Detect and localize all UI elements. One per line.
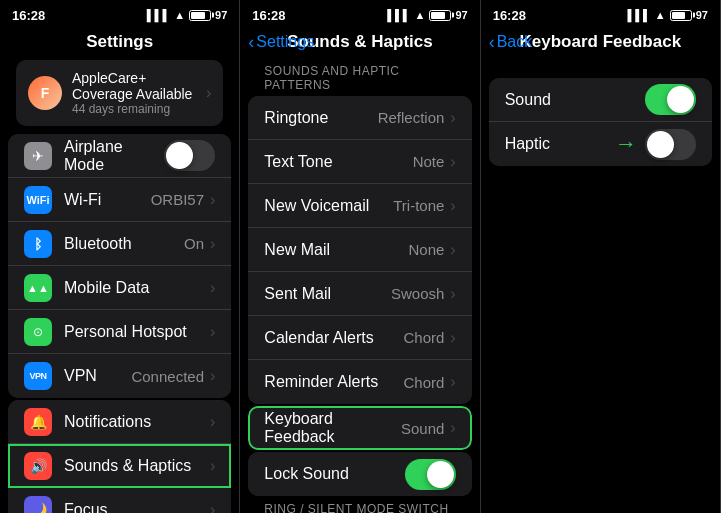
airplane-icon: ✈ (24, 142, 52, 170)
arrow-indicator: → (615, 131, 637, 157)
hotspot-icon: ⊙ (24, 318, 52, 346)
sidebar-item-wifi[interactable]: WiFi Wi-Fi ORBI57 › (8, 178, 231, 222)
reminderalerts-label: Reminder Alerts (264, 373, 403, 391)
vpn-label: VPN (64, 367, 131, 385)
status-icons-2: ▌▌▌ ▲ 97 (387, 9, 468, 21)
sidebar-item-hotspot[interactable]: ⊙ Personal Hotspot › (8, 310, 231, 354)
panel-keyboard-feedback: 16:28 ▌▌▌ ▲ 97 ‹ Back Keyboard Feedback … (481, 0, 721, 513)
bluetooth-label: Bluetooth (64, 235, 184, 253)
sounds-label: Sounds & Haptics (64, 457, 210, 475)
texttone-value: Note (413, 153, 445, 170)
sidebar-item-mobiledata[interactable]: ▲▲ Mobile Data › (8, 266, 231, 310)
notifications-chevron: › (210, 413, 215, 431)
wifi-icon: WiFi (24, 186, 52, 214)
bluetooth-value: On (184, 235, 204, 252)
sidebar-item-bluetooth[interactable]: ᛒ Bluetooth On › (8, 222, 231, 266)
sounds-texttone[interactable]: Text Tone Note › (248, 140, 471, 184)
keyboard-feedback-label: Keyboard Feedback (264, 410, 401, 446)
signal-icon-2: ▌▌▌ (387, 9, 410, 21)
sounds-patterns-group: Ringtone Reflection › Text Tone Note › N… (248, 96, 471, 404)
newmail-value: None (408, 241, 444, 258)
sentmail-value: Swoosh (391, 285, 444, 302)
panel2-content: Sounds and Haptic Patterns Ringtone Refl… (240, 60, 479, 513)
vpn-icon: VPN (24, 362, 52, 390)
newmail-chevron: › (450, 241, 455, 259)
ringtone-label: Ringtone (264, 109, 377, 127)
status-bar-2: 16:28 ▌▌▌ ▲ 97 (240, 0, 479, 28)
calendaralerts-chevron: › (450, 329, 455, 347)
sounds-calendaralerts[interactable]: Calendar Alerts Chord › (248, 316, 471, 360)
keyboard-haptic-label: Haptic (505, 135, 615, 153)
signal-icon-3: ▌▌▌ (627, 9, 650, 21)
sounds-reminderalerts[interactable]: Reminder Alerts Chord › (248, 360, 471, 404)
keyboard-feedback-chevron: › (450, 419, 455, 437)
sidebar-item-vpn[interactable]: VPN VPN Connected › (8, 354, 231, 398)
panel3-back-chevron: ‹ (489, 33, 495, 51)
sounds-newmail[interactable]: New Mail None › (248, 228, 471, 272)
mobiledata-label: Mobile Data (64, 279, 210, 297)
calendaralerts-value: Chord (403, 329, 444, 346)
panel3-nav-header: ‹ Back Keyboard Feedback (481, 28, 720, 60)
wifi-label: Wi-Fi (64, 191, 151, 209)
status-time-1: 16:28 (12, 8, 45, 23)
hotspot-label: Personal Hotspot (64, 323, 210, 341)
locksound-group: Lock Sound (248, 452, 471, 496)
airplane-toggle[interactable] (164, 140, 215, 171)
sounds-newvoicemail[interactable]: New Voicemail Tri-tone › (248, 184, 471, 228)
keyboard-sound-toggle[interactable] (645, 84, 696, 115)
sidebar-item-focus[interactable]: 🌙 Focus › (8, 488, 231, 513)
ringtone-chevron: › (450, 109, 455, 127)
keyboard-haptic-item[interactable]: Haptic → (489, 122, 712, 166)
reminderalerts-chevron: › (450, 373, 455, 391)
wifi-value: ORBI57 (151, 191, 204, 208)
sentmail-chevron: › (450, 285, 455, 303)
bluetooth-chevron: › (210, 235, 215, 253)
bluetooth-icon: ᛒ (24, 230, 52, 258)
keyboard-haptic-toggle[interactable] (645, 129, 696, 160)
keyboard-feedback-item[interactable]: Keyboard Feedback Sound › (248, 406, 471, 450)
focus-chevron: › (210, 501, 215, 514)
panel1-content: F AppleCare+ Coverage Available 44 days … (0, 60, 239, 513)
applecare-banner[interactable]: F AppleCare+ Coverage Available 44 days … (16, 60, 223, 126)
panel2-back-button[interactable]: ‹ Settings (248, 33, 314, 51)
sidebar-item-sounds[interactable]: 🔊 Sounds & Haptics › (8, 444, 231, 488)
keyboard-feedback-value: Sound (401, 420, 444, 437)
locksound-toggle[interactable] (405, 459, 456, 490)
signal-icon-1: ▌▌▌ (147, 9, 170, 21)
keyboard-sound-item[interactable]: Sound (489, 78, 712, 122)
banner-sublabel: 44 days remaining (72, 102, 206, 116)
panel3-title: Keyboard Feedback (520, 32, 682, 52)
network-group: ✈ Airplane Mode WiFi Wi-Fi ORBI57 › ᛒ Bl… (8, 134, 231, 398)
wifi-icon-3: ▲ (655, 9, 666, 21)
vpn-chevron: › (210, 367, 215, 385)
notifications-icon: 🔔 (24, 408, 52, 436)
ring-silent-label: Ring / Silent Mode Switch (248, 498, 471, 513)
battery-icon-1 (189, 10, 211, 21)
status-time-3: 16:28 (493, 8, 526, 23)
banner-text-block: AppleCare+ Coverage Available 44 days re… (72, 70, 206, 116)
texttone-chevron: › (450, 153, 455, 171)
newvoicemail-value: Tri-tone (393, 197, 444, 214)
locksound-item[interactable]: Lock Sound (248, 452, 471, 496)
sounds-sentmail[interactable]: Sent Mail Swoosh › (248, 272, 471, 316)
sounds-chevron: › (210, 457, 215, 475)
panel3-back-button[interactable]: ‹ Back (489, 33, 533, 51)
sidebar-item-airplane[interactable]: ✈ Airplane Mode (8, 134, 231, 178)
sounds-ringtone[interactable]: Ringtone Reflection › (248, 96, 471, 140)
notifications-label: Notifications (64, 413, 210, 431)
focus-label: Focus (64, 501, 210, 514)
battery-icon-3 (670, 10, 692, 21)
status-bar-3: 16:28 ▌▌▌ ▲ 97 (481, 0, 720, 28)
panel2-nav-header: ‹ Settings Sounds & Haptics (240, 28, 479, 60)
wifi-icon-2: ▲ (415, 9, 426, 21)
sidebar-item-notifications[interactable]: 🔔 Notifications › (8, 400, 231, 444)
panel-sounds-haptics: 16:28 ▌▌▌ ▲ 97 ‹ Settings Sounds & Hapti… (240, 0, 480, 513)
battery-pct-2: 97 (455, 9, 467, 21)
sentmail-label: Sent Mail (264, 285, 391, 303)
keyboard-options-group: Sound Haptic → (489, 78, 712, 166)
battery-pct-1: 97 (215, 9, 227, 21)
battery-pct-3: 97 (696, 9, 708, 21)
panel3-content: Sound Haptic → (481, 60, 720, 166)
panel2-back-chevron: ‹ (248, 33, 254, 51)
airplane-label: Airplane Mode (64, 138, 164, 174)
